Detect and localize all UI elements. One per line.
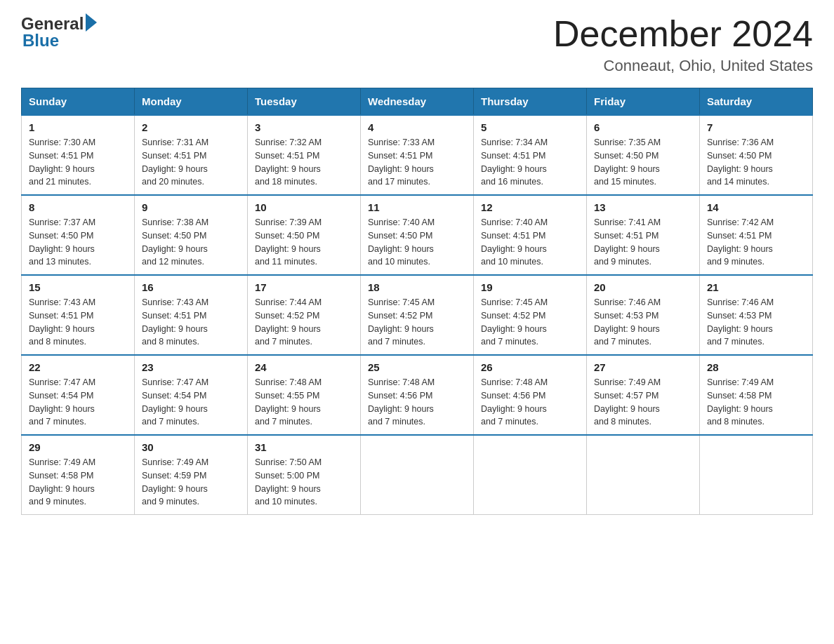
day-number: 21 — [707, 281, 805, 293]
day-info: Sunrise: 7:45 AMSunset: 4:52 PMDaylight:… — [368, 296, 466, 349]
day-number: 13 — [594, 201, 692, 213]
calendar-cell: 21Sunrise: 7:46 AMSunset: 4:53 PMDayligh… — [700, 275, 813, 355]
day-info: Sunrise: 7:48 AMSunset: 4:55 PMDaylight:… — [255, 376, 353, 429]
day-info: Sunrise: 7:50 AMSunset: 5:00 PMDaylight:… — [255, 456, 353, 509]
logo: General Blue — [21, 14, 97, 51]
calendar-week-3: 15Sunrise: 7:43 AMSunset: 4:51 PMDayligh… — [22, 275, 813, 355]
day-number: 11 — [368, 201, 466, 213]
day-number: 2 — [142, 121, 240, 133]
calendar-cell: 4Sunrise: 7:33 AMSunset: 4:51 PMDaylight… — [361, 115, 474, 195]
calendar-cell: 3Sunrise: 7:32 AMSunset: 4:51 PMDaylight… — [248, 115, 361, 195]
calendar-cell: 12Sunrise: 7:40 AMSunset: 4:51 PMDayligh… — [474, 195, 587, 275]
calendar-week-2: 8Sunrise: 7:37 AMSunset: 4:50 PMDaylight… — [22, 195, 813, 275]
calendar-cell: 25Sunrise: 7:48 AMSunset: 4:56 PMDayligh… — [361, 355, 474, 435]
calendar-week-1: 1Sunrise: 7:30 AMSunset: 4:51 PMDaylight… — [22, 115, 813, 195]
day-number: 6 — [594, 121, 692, 133]
calendar-cell: 27Sunrise: 7:49 AMSunset: 4:57 PMDayligh… — [587, 355, 700, 435]
calendar-cell: 11Sunrise: 7:40 AMSunset: 4:50 PMDayligh… — [361, 195, 474, 275]
day-info: Sunrise: 7:46 AMSunset: 4:53 PMDaylight:… — [594, 296, 692, 349]
day-info: Sunrise: 7:39 AMSunset: 4:50 PMDaylight:… — [255, 216, 353, 269]
day-info: Sunrise: 7:48 AMSunset: 4:56 PMDaylight:… — [368, 376, 466, 429]
day-info: Sunrise: 7:36 AMSunset: 4:50 PMDaylight:… — [707, 136, 805, 189]
day-info: Sunrise: 7:33 AMSunset: 4:51 PMDaylight:… — [368, 136, 466, 189]
day-info: Sunrise: 7:42 AMSunset: 4:51 PMDaylight:… — [707, 216, 805, 269]
day-info: Sunrise: 7:49 AMSunset: 4:58 PMDaylight:… — [29, 456, 127, 509]
calendar-cell: 29Sunrise: 7:49 AMSunset: 4:58 PMDayligh… — [22, 435, 135, 515]
calendar-cell — [361, 435, 474, 515]
day-info: Sunrise: 7:37 AMSunset: 4:50 PMDaylight:… — [29, 216, 127, 269]
day-number: 24 — [255, 361, 353, 373]
day-number: 16 — [142, 281, 240, 293]
calendar-cell: 15Sunrise: 7:43 AMSunset: 4:51 PMDayligh… — [22, 275, 135, 355]
calendar-cell: 19Sunrise: 7:45 AMSunset: 4:52 PMDayligh… — [474, 275, 587, 355]
day-number: 12 — [481, 201, 579, 213]
day-info: Sunrise: 7:46 AMSunset: 4:53 PMDaylight:… — [707, 296, 805, 349]
day-info: Sunrise: 7:49 AMSunset: 4:57 PMDaylight:… — [594, 376, 692, 429]
day-info: Sunrise: 7:48 AMSunset: 4:56 PMDaylight:… — [481, 376, 579, 429]
calendar-cell — [587, 435, 700, 515]
day-number: 30 — [142, 441, 240, 453]
calendar-cell: 16Sunrise: 7:43 AMSunset: 4:51 PMDayligh… — [135, 275, 248, 355]
calendar-cell: 17Sunrise: 7:44 AMSunset: 4:52 PMDayligh… — [248, 275, 361, 355]
day-info: Sunrise: 7:43 AMSunset: 4:51 PMDaylight:… — [29, 296, 127, 349]
page-header: General Blue December 2024 Conneaut, Ohi… — [21, 14, 813, 75]
calendar-cell — [474, 435, 587, 515]
day-number: 18 — [368, 281, 466, 293]
calendar-cell: 28Sunrise: 7:49 AMSunset: 4:58 PMDayligh… — [700, 355, 813, 435]
day-info: Sunrise: 7:47 AMSunset: 4:54 PMDaylight:… — [29, 376, 127, 429]
day-info: Sunrise: 7:38 AMSunset: 4:50 PMDaylight:… — [142, 216, 240, 269]
day-number: 4 — [368, 121, 466, 133]
day-info: Sunrise: 7:49 AMSunset: 4:58 PMDaylight:… — [707, 376, 805, 429]
day-header-tuesday: Tuesday — [248, 88, 361, 116]
calendar-cell: 24Sunrise: 7:48 AMSunset: 4:55 PMDayligh… — [248, 355, 361, 435]
calendar-cell — [700, 435, 813, 515]
day-info: Sunrise: 7:40 AMSunset: 4:51 PMDaylight:… — [481, 216, 579, 269]
logo-triangle-icon — [86, 13, 97, 32]
day-number: 1 — [29, 121, 127, 133]
day-number: 8 — [29, 201, 127, 213]
day-info: Sunrise: 7:35 AMSunset: 4:50 PMDaylight:… — [594, 136, 692, 189]
day-number: 22 — [29, 361, 127, 373]
calendar-cell: 6Sunrise: 7:35 AMSunset: 4:50 PMDaylight… — [587, 115, 700, 195]
day-number: 20 — [594, 281, 692, 293]
calendar-cell: 13Sunrise: 7:41 AMSunset: 4:51 PMDayligh… — [587, 195, 700, 275]
day-info: Sunrise: 7:31 AMSunset: 4:51 PMDaylight:… — [142, 136, 240, 189]
day-number: 29 — [29, 441, 127, 453]
day-number: 17 — [255, 281, 353, 293]
day-number: 10 — [255, 201, 353, 213]
calendar-cell: 5Sunrise: 7:34 AMSunset: 4:51 PMDaylight… — [474, 115, 587, 195]
day-header-friday: Friday — [587, 88, 700, 116]
day-number: 25 — [368, 361, 466, 373]
day-number: 3 — [255, 121, 353, 133]
calendar-week-4: 22Sunrise: 7:47 AMSunset: 4:54 PMDayligh… — [22, 355, 813, 435]
calendar-week-5: 29Sunrise: 7:49 AMSunset: 4:58 PMDayligh… — [22, 435, 813, 515]
day-number: 26 — [481, 361, 579, 373]
calendar-header: SundayMondayTuesdayWednesdayThursdayFrid… — [22, 88, 813, 116]
calendar-cell: 9Sunrise: 7:38 AMSunset: 4:50 PMDaylight… — [135, 195, 248, 275]
day-number: 31 — [255, 441, 353, 453]
day-number: 19 — [481, 281, 579, 293]
day-info: Sunrise: 7:44 AMSunset: 4:52 PMDaylight:… — [255, 296, 353, 349]
day-header-sunday: Sunday — [22, 88, 135, 116]
day-header-monday: Monday — [135, 88, 248, 116]
day-info: Sunrise: 7:49 AMSunset: 4:59 PMDaylight:… — [142, 456, 240, 509]
day-info: Sunrise: 7:34 AMSunset: 4:51 PMDaylight:… — [481, 136, 579, 189]
calendar-cell: 20Sunrise: 7:46 AMSunset: 4:53 PMDayligh… — [587, 275, 700, 355]
calendar-cell: 8Sunrise: 7:37 AMSunset: 4:50 PMDaylight… — [22, 195, 135, 275]
calendar-cell: 26Sunrise: 7:48 AMSunset: 4:56 PMDayligh… — [474, 355, 587, 435]
day-header-thursday: Thursday — [474, 88, 587, 116]
calendar-cell: 1Sunrise: 7:30 AMSunset: 4:51 PMDaylight… — [22, 115, 135, 195]
calendar-subtitle: Conneaut, Ohio, United States — [553, 57, 813, 75]
day-info: Sunrise: 7:40 AMSunset: 4:50 PMDaylight:… — [368, 216, 466, 269]
calendar-cell: 31Sunrise: 7:50 AMSunset: 5:00 PMDayligh… — [248, 435, 361, 515]
calendar-cell: 2Sunrise: 7:31 AMSunset: 4:51 PMDaylight… — [135, 115, 248, 195]
day-info: Sunrise: 7:41 AMSunset: 4:51 PMDaylight:… — [594, 216, 692, 269]
day-info: Sunrise: 7:43 AMSunset: 4:51 PMDaylight:… — [142, 296, 240, 349]
day-info: Sunrise: 7:47 AMSunset: 4:54 PMDaylight:… — [142, 376, 240, 429]
calendar-cell: 18Sunrise: 7:45 AMSunset: 4:52 PMDayligh… — [361, 275, 474, 355]
logo-text-blue: Blue — [22, 31, 59, 51]
day-number: 14 — [707, 201, 805, 213]
calendar-cell: 22Sunrise: 7:47 AMSunset: 4:54 PMDayligh… — [22, 355, 135, 435]
calendar-cell: 23Sunrise: 7:47 AMSunset: 4:54 PMDayligh… — [135, 355, 248, 435]
calendar-cell: 14Sunrise: 7:42 AMSunset: 4:51 PMDayligh… — [700, 195, 813, 275]
